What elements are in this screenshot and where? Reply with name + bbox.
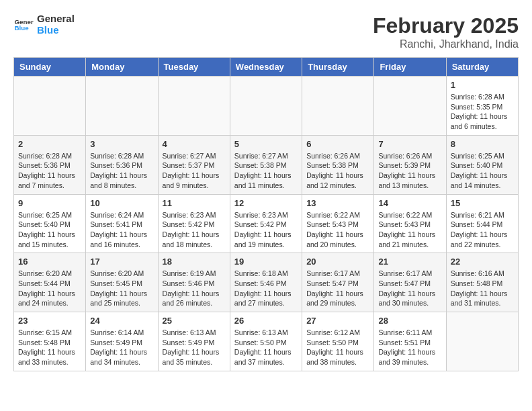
calendar-cell xyxy=(230,77,302,136)
day-number: 16 xyxy=(18,257,81,267)
calendar-body: 1Sunrise: 6:28 AM Sunset: 5:35 PM Daylig… xyxy=(14,77,519,371)
day-number: 5 xyxy=(234,139,298,149)
day-info: Sunrise: 6:21 AM Sunset: 5:44 PM Dayligh… xyxy=(451,210,514,250)
day-number: 2 xyxy=(18,139,81,149)
day-number: 25 xyxy=(163,316,226,326)
calendar-cell: 5Sunrise: 6:27 AM Sunset: 5:38 PM Daylig… xyxy=(230,135,302,194)
day-info: Sunrise: 6:15 AM Sunset: 5:48 PM Dayligh… xyxy=(18,328,81,367)
calendar-cell: 8Sunrise: 6:25 AM Sunset: 5:40 PM Daylig… xyxy=(446,135,518,194)
day-number: 21 xyxy=(378,257,441,267)
week-row-1: 1Sunrise: 6:28 AM Sunset: 5:35 PM Daylig… xyxy=(14,77,519,136)
day-number: 15 xyxy=(451,198,514,208)
day-info: Sunrise: 6:17 AM Sunset: 5:47 PM Dayligh… xyxy=(306,269,369,308)
day-info: Sunrise: 6:22 AM Sunset: 5:43 PM Dayligh… xyxy=(306,210,369,250)
calendar-cell: 2Sunrise: 6:28 AM Sunset: 5:36 PM Daylig… xyxy=(14,135,86,194)
day-info: Sunrise: 6:20 AM Sunset: 5:45 PM Dayligh… xyxy=(90,269,153,308)
day-info: Sunrise: 6:16 AM Sunset: 5:48 PM Dayligh… xyxy=(451,269,514,308)
day-info: Sunrise: 6:25 AM Sunset: 5:40 PM Dayligh… xyxy=(451,151,514,191)
weekday-header-monday: Monday xyxy=(86,58,158,77)
day-info: Sunrise: 6:28 AM Sunset: 5:35 PM Dayligh… xyxy=(451,92,514,132)
day-number: 9 xyxy=(18,198,81,208)
weekday-header-saturday: Saturday xyxy=(446,58,518,77)
day-info: Sunrise: 6:17 AM Sunset: 5:47 PM Dayligh… xyxy=(378,269,441,308)
calendar-cell: 15Sunrise: 6:21 AM Sunset: 5:44 PM Dayli… xyxy=(446,194,518,253)
day-info: Sunrise: 6:14 AM Sunset: 5:49 PM Dayligh… xyxy=(90,328,153,367)
calendar-cell xyxy=(14,77,86,136)
day-info: Sunrise: 6:24 AM Sunset: 5:41 PM Dayligh… xyxy=(90,210,153,250)
day-info: Sunrise: 6:13 AM Sunset: 5:49 PM Dayligh… xyxy=(163,328,226,367)
calendar-cell: 17Sunrise: 6:20 AM Sunset: 5:45 PM Dayli… xyxy=(86,253,158,312)
calendar-cell: 24Sunrise: 6:14 AM Sunset: 5:49 PM Dayli… xyxy=(86,312,158,371)
calendar-cell xyxy=(374,77,446,136)
day-number: 10 xyxy=(90,198,153,208)
day-number: 14 xyxy=(378,198,441,208)
day-number: 19 xyxy=(234,257,298,267)
calendar-cell: 21Sunrise: 6:17 AM Sunset: 5:47 PM Dayli… xyxy=(374,253,446,312)
day-number: 24 xyxy=(90,316,153,326)
day-number: 3 xyxy=(90,139,153,149)
day-number: 1 xyxy=(451,80,514,90)
day-number: 4 xyxy=(163,139,226,149)
day-number: 22 xyxy=(451,257,514,267)
calendar-cell: 16Sunrise: 6:20 AM Sunset: 5:44 PM Dayli… xyxy=(14,253,86,312)
day-number: 27 xyxy=(306,316,369,326)
week-row-3: 9Sunrise: 6:25 AM Sunset: 5:40 PM Daylig… xyxy=(14,194,519,253)
calendar-cell xyxy=(158,77,230,136)
calendar-cell: 14Sunrise: 6:22 AM Sunset: 5:43 PM Dayli… xyxy=(374,194,446,253)
calendar-cell: 26Sunrise: 6:13 AM Sunset: 5:50 PM Dayli… xyxy=(230,312,302,371)
weekday-header-friday: Friday xyxy=(374,58,446,77)
calendar-cell: 7Sunrise: 6:26 AM Sunset: 5:39 PM Daylig… xyxy=(374,135,446,194)
week-row-4: 16Sunrise: 6:20 AM Sunset: 5:44 PM Dayli… xyxy=(14,253,519,312)
calendar-cell: 19Sunrise: 6:18 AM Sunset: 5:46 PM Dayli… xyxy=(230,253,302,312)
calendar-cell: 23Sunrise: 6:15 AM Sunset: 5:48 PM Dayli… xyxy=(14,312,86,371)
day-info: Sunrise: 6:20 AM Sunset: 5:44 PM Dayligh… xyxy=(18,269,81,308)
calendar-cell xyxy=(302,77,374,136)
day-number: 18 xyxy=(163,257,226,267)
weekday-header-sunday: Sunday xyxy=(14,58,86,77)
calendar-cell xyxy=(446,312,518,371)
page-header: General Blue General Blue February 2025 … xyxy=(13,13,519,50)
weekday-header-tuesday: Tuesday xyxy=(158,58,230,77)
day-number: 6 xyxy=(306,139,369,149)
day-number: 26 xyxy=(234,316,298,326)
logo: General Blue General Blue xyxy=(13,13,75,36)
week-row-5: 23Sunrise: 6:15 AM Sunset: 5:48 PM Dayli… xyxy=(14,312,519,371)
location-title: Ranchi, Jharkhand, India xyxy=(373,38,519,50)
calendar-cell: 12Sunrise: 6:23 AM Sunset: 5:42 PM Dayli… xyxy=(230,194,302,253)
day-number: 17 xyxy=(90,257,153,267)
calendar-cell: 9Sunrise: 6:25 AM Sunset: 5:40 PM Daylig… xyxy=(14,194,86,253)
day-number: 12 xyxy=(234,198,298,208)
day-info: Sunrise: 6:23 AM Sunset: 5:42 PM Dayligh… xyxy=(234,210,298,250)
day-number: 20 xyxy=(306,257,369,267)
calendar-cell: 4Sunrise: 6:27 AM Sunset: 5:37 PM Daylig… xyxy=(158,135,230,194)
weekday-header-wednesday: Wednesday xyxy=(230,58,302,77)
day-info: Sunrise: 6:25 AM Sunset: 5:40 PM Dayligh… xyxy=(18,210,81,250)
calendar-cell: 18Sunrise: 6:19 AM Sunset: 5:46 PM Dayli… xyxy=(158,253,230,312)
weekday-header-row: SundayMondayTuesdayWednesdayThursdayFrid… xyxy=(14,58,519,77)
day-info: Sunrise: 6:27 AM Sunset: 5:38 PM Dayligh… xyxy=(234,151,298,191)
day-number: 11 xyxy=(163,198,226,208)
day-info: Sunrise: 6:22 AM Sunset: 5:43 PM Dayligh… xyxy=(378,210,441,250)
logo-blue: Blue xyxy=(37,25,75,36)
calendar-cell: 27Sunrise: 6:12 AM Sunset: 5:50 PM Dayli… xyxy=(302,312,374,371)
logo-icon: General Blue xyxy=(13,15,34,35)
day-info: Sunrise: 6:27 AM Sunset: 5:37 PM Dayligh… xyxy=(163,151,226,191)
day-info: Sunrise: 6:28 AM Sunset: 5:36 PM Dayligh… xyxy=(90,151,153,191)
calendar-cell: 22Sunrise: 6:16 AM Sunset: 5:48 PM Dayli… xyxy=(446,253,518,312)
calendar-table: SundayMondayTuesdayWednesdayThursdayFrid… xyxy=(13,57,519,371)
day-info: Sunrise: 6:23 AM Sunset: 5:42 PM Dayligh… xyxy=(163,210,226,250)
day-info: Sunrise: 6:19 AM Sunset: 5:46 PM Dayligh… xyxy=(163,269,226,308)
calendar-cell: 25Sunrise: 6:13 AM Sunset: 5:49 PM Dayli… xyxy=(158,312,230,371)
day-info: Sunrise: 6:18 AM Sunset: 5:46 PM Dayligh… xyxy=(234,269,298,308)
calendar-cell: 1Sunrise: 6:28 AM Sunset: 5:35 PM Daylig… xyxy=(446,77,518,136)
day-info: Sunrise: 6:26 AM Sunset: 5:39 PM Dayligh… xyxy=(378,151,441,191)
calendar-cell: 6Sunrise: 6:26 AM Sunset: 5:38 PM Daylig… xyxy=(302,135,374,194)
day-info: Sunrise: 6:13 AM Sunset: 5:50 PM Dayligh… xyxy=(234,328,298,367)
day-number: 8 xyxy=(451,139,514,149)
calendar-cell: 10Sunrise: 6:24 AM Sunset: 5:41 PM Dayli… xyxy=(86,194,158,253)
day-info: Sunrise: 6:26 AM Sunset: 5:38 PM Dayligh… xyxy=(306,151,369,191)
calendar-cell: 13Sunrise: 6:22 AM Sunset: 5:43 PM Dayli… xyxy=(302,194,374,253)
day-number: 13 xyxy=(306,198,369,208)
weekday-header-thursday: Thursday xyxy=(302,58,374,77)
logo-general: General xyxy=(37,13,75,25)
